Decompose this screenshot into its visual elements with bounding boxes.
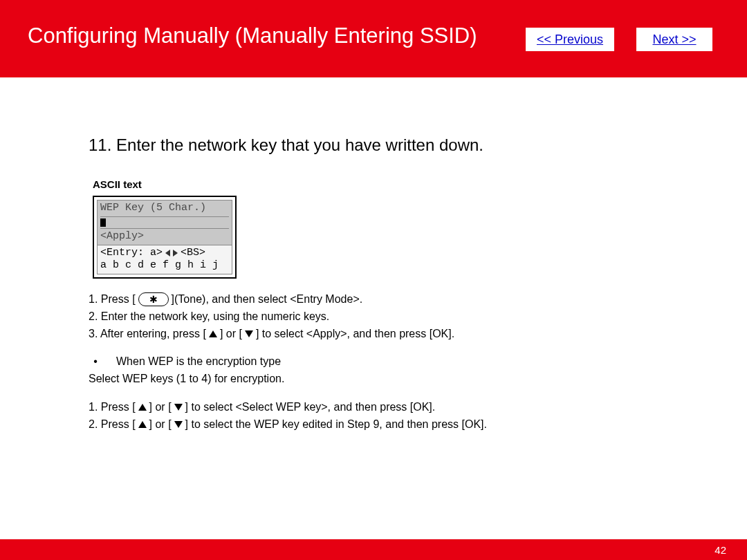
instructions: 1. Press [ ✱ ](Tone), and then select <E… [89,291,656,433]
footer-bar: 42 [0,539,747,560]
down-arrow-icon [245,330,253,337]
lcd-bs: <BS> [181,247,205,260]
right-arrow-icon [173,250,178,256]
lcd-entry-row: <Entry: a> <BS> [100,247,229,260]
wep-instr-1: 1. Press [ ] or [ ] to select <Select WE… [89,399,656,416]
w1c: ] to select <Select WEP key>, and then p… [185,399,436,416]
next-button[interactable]: Next >> [636,28,712,51]
step-heading: 11. Enter the network key that you have … [89,136,656,155]
down-arrow-icon [174,404,183,411]
content-area: 11. Enter the network key that you have … [89,136,656,433]
header-bar: Configuring Manually (Manually Entering … [0,0,747,77]
page-title: Configuring Manually (Manually Entering … [28,24,477,48]
instr-2: 2. Enter the network key, using the nume… [89,308,656,326]
lcd-line-1: WEP Key (5 Char.) [100,202,229,215]
instr-1a: 1. Press [ [89,291,136,308]
lcd-apply: <Apply> [100,230,229,243]
tone-button-icon: ✱ [138,292,169,306]
instr-3c: ] to select <Apply>, and then press [OK]… [256,326,454,343]
w2b: ] or [ [149,416,172,433]
wep-sub: Select WEP keys (1 to 4) for encryption. [89,371,656,388]
left-arrow-icon [165,250,170,256]
lcd-entry: <Entry: a> [100,247,163,260]
next-link[interactable]: Next >> [652,32,696,47]
ascii-label: ASCII text [93,178,656,190]
wep-instr-2: 2. Press [ ] or [ ] to select the WEP ke… [89,416,656,433]
instr-1: 1. Press [ ✱ ](Tone), and then select <E… [89,291,656,308]
lcd-cursor-row [100,218,229,227]
instr-3a: 3. After entering, press [ [89,326,206,343]
down-arrow-icon [174,421,183,428]
instr-3b: ] or [ [220,326,242,343]
previous-link[interactable]: << Previous [537,32,603,47]
up-arrow-icon [138,421,147,428]
instr-3: 3. After entering, press [ ] or [ ] to s… [89,326,656,343]
lcd-chars: a b c d e f g h i j [100,259,229,272]
bullet-icon: • [89,353,102,371]
cursor-icon [100,218,106,227]
wep-title: When WEP is the encryption type [116,353,281,371]
up-arrow-icon [209,330,217,337]
page-number: 42 [714,544,726,556]
w1a: 1. Press [ [89,399,136,416]
previous-button[interactable]: << Previous [526,28,614,51]
w1b: ] or [ [149,399,172,416]
lcd-screenshot: WEP Key (5 Char.) <Apply> <Entry: a> <BS… [93,196,237,279]
instr-1b: ](Tone), and then select <Entry Mode>. [172,291,363,308]
w2a: 2. Press [ [89,416,136,433]
up-arrow-icon [138,404,147,411]
w2c: ] to select the WEP key edited in Step 9… [185,416,487,433]
wep-title-row: • When WEP is the encryption type [89,353,656,371]
